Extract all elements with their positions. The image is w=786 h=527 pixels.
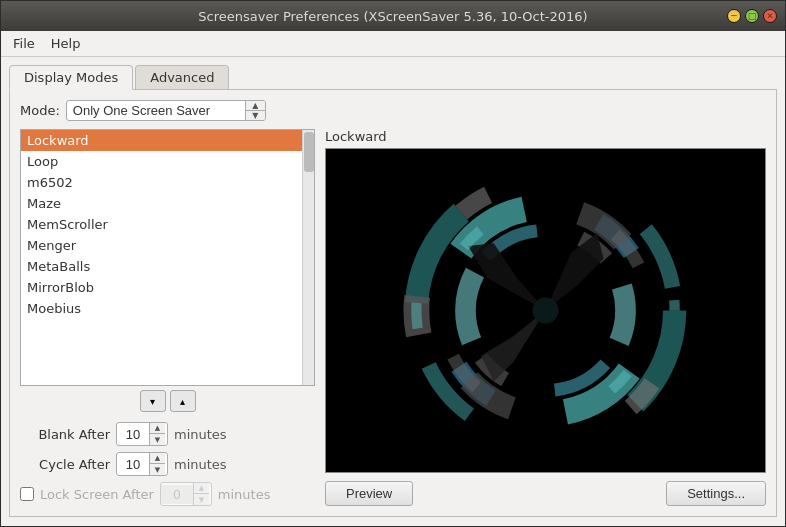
list-item[interactable]: Menger bbox=[21, 235, 314, 256]
cycle-after-spin-col: ▲ ▼ bbox=[149, 453, 165, 475]
screensaver-list: Lockward Loop m6502 Maze MemScroller Men… bbox=[21, 130, 314, 319]
title-bar: Screensaver Preferences (XScreenSaver 5.… bbox=[1, 1, 785, 31]
list-item[interactable]: MemScroller bbox=[21, 214, 314, 235]
mode-label: Mode: bbox=[20, 103, 60, 118]
maximize-button[interactable]: □ bbox=[745, 9, 759, 23]
list-arrow-down[interactable]: ▾ bbox=[140, 390, 166, 412]
lock-screen-unit: minutes bbox=[218, 487, 271, 502]
tab-display-modes[interactable]: Display Modes bbox=[9, 65, 133, 90]
file-menu[interactable]: File bbox=[5, 34, 43, 53]
tab-advanced[interactable]: Advanced bbox=[135, 65, 229, 90]
preview-title: Lockward bbox=[325, 129, 766, 144]
lock-screen-row: Lock Screen After ▲ ▼ minutes bbox=[20, 482, 315, 506]
preview-button[interactable]: Preview bbox=[325, 481, 413, 506]
list-item[interactable]: m6502 bbox=[21, 172, 314, 193]
mode-row: Mode: Only One Screen Saver ▲ ▼ bbox=[20, 100, 766, 121]
cycle-after-spinner: ▲ ▼ bbox=[116, 452, 168, 476]
mode-spin-down[interactable]: ▼ bbox=[246, 111, 265, 120]
menu-bar: File Help bbox=[1, 31, 785, 57]
preview-buttons: Preview Settings... bbox=[325, 481, 766, 506]
cycle-after-up[interactable]: ▲ bbox=[150, 453, 165, 464]
list-item[interactable]: MetaBalls bbox=[21, 256, 314, 277]
content-area: Display Modes Advanced Mode: Only One Sc… bbox=[1, 57, 785, 526]
app-window: Screensaver Preferences (XScreenSaver 5.… bbox=[0, 0, 786, 527]
cycle-after-row: Cycle After ▲ ▼ minutes bbox=[20, 452, 315, 476]
mode-select-wrapper: Only One Screen Saver ▲ ▼ bbox=[66, 100, 266, 121]
settings-rows: Blank After ▲ ▼ minutes bbox=[20, 422, 315, 506]
mode-select[interactable]: Only One Screen Saver bbox=[66, 100, 266, 121]
preview-canvas bbox=[325, 148, 766, 473]
cycle-after-down[interactable]: ▼ bbox=[150, 464, 165, 475]
tab-panel: Mode: Only One Screen Saver ▲ ▼ bbox=[9, 89, 777, 517]
lock-screen-checkbox[interactable] bbox=[20, 487, 34, 501]
blank-after-row: Blank After ▲ ▼ minutes bbox=[20, 422, 315, 446]
blank-after-spin-col: ▲ ▼ bbox=[149, 423, 165, 445]
blank-after-label: Blank After bbox=[20, 427, 110, 442]
list-arrows: ▾ ▴ bbox=[20, 390, 315, 412]
settings-button[interactable]: Settings... bbox=[666, 481, 766, 506]
right-panel: Lockward bbox=[325, 129, 766, 506]
cycle-after-input[interactable] bbox=[117, 455, 149, 474]
lock-screen-spin-col: ▲ ▼ bbox=[193, 483, 209, 505]
help-menu[interactable]: Help bbox=[43, 34, 89, 53]
list-item[interactable]: Maze bbox=[21, 193, 314, 214]
svg-point-13 bbox=[533, 298, 559, 324]
mode-spin-up[interactable]: ▲ bbox=[246, 101, 265, 111]
lock-screen-down: ▼ bbox=[194, 494, 209, 505]
blank-after-unit: minutes bbox=[174, 427, 227, 442]
minimize-button[interactable]: ─ bbox=[727, 9, 741, 23]
lock-screen-up: ▲ bbox=[194, 483, 209, 494]
screensaver-list-wrapper[interactable]: Lockward Loop m6502 Maze MemScroller Men… bbox=[20, 129, 315, 386]
window-controls: ─ □ ✕ bbox=[727, 9, 777, 23]
list-item[interactable]: Lockward bbox=[21, 130, 314, 151]
left-panel: Lockward Loop m6502 Maze MemScroller Men… bbox=[20, 129, 315, 506]
blank-after-spinner: ▲ ▼ bbox=[116, 422, 168, 446]
lock-screen-spinner: ▲ ▼ bbox=[160, 482, 212, 506]
cycle-after-label: Cycle After bbox=[20, 457, 110, 472]
main-row: Lockward Loop m6502 Maze MemScroller Men… bbox=[20, 129, 766, 506]
blank-after-input[interactable] bbox=[117, 425, 149, 444]
list-item[interactable]: MirrorBlob bbox=[21, 277, 314, 298]
list-item[interactable]: Loop bbox=[21, 151, 314, 172]
list-scrollbar[interactable] bbox=[302, 130, 314, 385]
window-title: Screensaver Preferences (XScreenSaver 5.… bbox=[59, 9, 727, 24]
list-item[interactable]: Moebius bbox=[21, 298, 314, 319]
preview-svg bbox=[326, 149, 765, 472]
list-arrow-up[interactable]: ▴ bbox=[170, 390, 196, 412]
cycle-after-unit: minutes bbox=[174, 457, 227, 472]
tab-bar: Display Modes Advanced bbox=[9, 65, 777, 90]
mode-spinner: ▲ ▼ bbox=[245, 101, 265, 120]
close-button[interactable]: ✕ bbox=[763, 9, 777, 23]
lock-screen-input bbox=[161, 485, 193, 504]
blank-after-up[interactable]: ▲ bbox=[150, 423, 165, 434]
scrollbar-thumb bbox=[304, 132, 314, 172]
blank-after-down[interactable]: ▼ bbox=[150, 434, 165, 445]
lock-screen-label: Lock Screen After bbox=[40, 487, 154, 502]
